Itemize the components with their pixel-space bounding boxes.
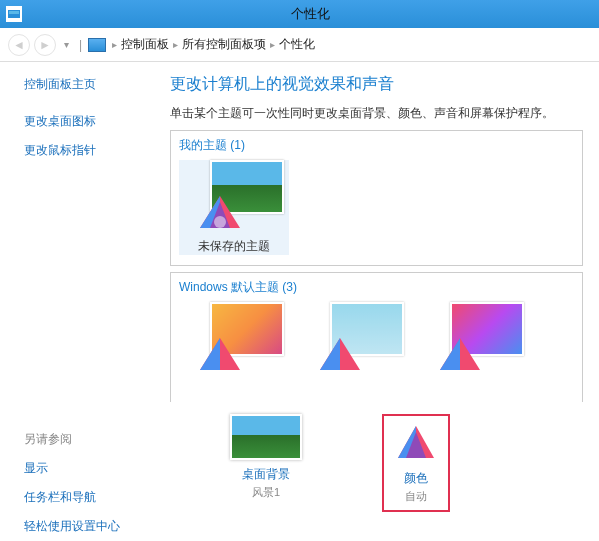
desktop-background-option[interactable]: 桌面背景 风景1 bbox=[230, 414, 302, 500]
win-themes-title: Windows 默认主题 (3) bbox=[179, 279, 574, 296]
theme-default-3[interactable] bbox=[419, 302, 529, 380]
svg-rect-1 bbox=[9, 11, 19, 14]
sidebar-home[interactable]: 控制面板主页 bbox=[24, 76, 170, 93]
sidebar-link-desktop-icons[interactable]: 更改桌面图标 bbox=[24, 113, 170, 130]
color-swatch-icon bbox=[194, 192, 246, 234]
chevron-down-icon[interactable]: ▾ bbox=[64, 39, 69, 50]
sidebar-link-mouse-pointer[interactable]: 更改鼠标指针 bbox=[24, 142, 170, 159]
window-title: 个性化 bbox=[28, 5, 593, 23]
nav-bar: ◄ ► ▾ | ▸ 控制面板 ▸ 所有控制面板项 ▸ 个性化 bbox=[0, 28, 599, 62]
chevron-right-icon: ▸ bbox=[173, 39, 178, 50]
separator: | bbox=[79, 38, 82, 52]
my-themes-group: 我的主题 (1) 未保存的主题 bbox=[170, 130, 583, 266]
forward-button[interactable]: ► bbox=[34, 34, 56, 56]
win-themes-group: Windows 默认主题 (3) bbox=[170, 272, 583, 402]
color-option-highlight: 颜色 自动 bbox=[382, 414, 450, 512]
page-heading: 更改计算机上的视觉效果和声音 bbox=[170, 74, 583, 95]
svg-point-2 bbox=[214, 216, 226, 228]
bottom-options: 桌面背景 风景1 颜色 自动 bbox=[170, 408, 583, 512]
color-label: 颜色 bbox=[394, 470, 438, 487]
color-value: 自动 bbox=[394, 489, 438, 504]
theme-thumbnail bbox=[184, 160, 284, 234]
breadcrumb-all-items[interactable]: 所有控制面板项 bbox=[182, 36, 266, 53]
sidebar: 控制面板主页 更改桌面图标 更改鼠标指针 另请参阅 显示 任务栏和导航 轻松使用… bbox=[0, 62, 170, 541]
chevron-right-icon: ▸ bbox=[112, 39, 117, 50]
desktop-bg-thumb bbox=[230, 414, 302, 460]
back-button[interactable]: ◄ bbox=[8, 34, 30, 56]
content-body: 控制面板主页 更改桌面图标 更改鼠标指针 另请参阅 显示 任务栏和导航 轻松使用… bbox=[0, 62, 599, 541]
see-also-display[interactable]: 显示 bbox=[24, 460, 170, 477]
theme-unsaved[interactable]: 未保存的主题 bbox=[179, 160, 289, 255]
color-option[interactable]: 颜色 自动 bbox=[394, 424, 438, 504]
theme-default-2[interactable] bbox=[299, 302, 409, 380]
page-subtext: 单击某个主题可一次性同时更改桌面背景、颜色、声音和屏幕保护程序。 bbox=[170, 105, 583, 122]
chevron-right-icon: ▸ bbox=[270, 39, 275, 50]
window-icon bbox=[6, 6, 22, 22]
my-themes-title: 我的主题 (1) bbox=[179, 137, 574, 154]
main-panel: 更改计算机上的视觉效果和声音 单击某个主题可一次性同时更改桌面背景、颜色、声音和… bbox=[170, 62, 599, 541]
desktop-bg-label: 桌面背景 bbox=[230, 466, 302, 483]
theme-default-1[interactable] bbox=[179, 302, 289, 380]
desktop-bg-value: 风景1 bbox=[230, 485, 302, 500]
see-also-label: 另请参阅 bbox=[24, 431, 170, 448]
theme-label: 未保存的主题 bbox=[179, 238, 289, 255]
breadcrumb-personalization[interactable]: 个性化 bbox=[279, 36, 315, 53]
see-also-ease[interactable]: 轻松使用设置中心 bbox=[24, 518, 170, 535]
control-panel-icon bbox=[88, 38, 106, 52]
titlebar: 个性化 bbox=[0, 0, 599, 28]
breadcrumb-control-panel[interactable]: 控制面板 bbox=[121, 36, 169, 53]
color-icon bbox=[394, 424, 438, 462]
see-also-taskbar[interactable]: 任务栏和导航 bbox=[24, 489, 170, 506]
